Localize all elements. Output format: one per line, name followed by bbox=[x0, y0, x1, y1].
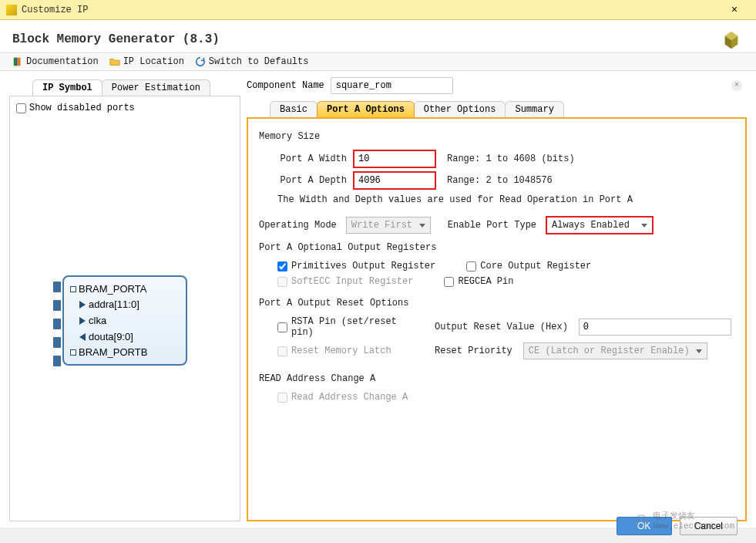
tab-ip-symbol[interactable]: IP Symbol bbox=[32, 79, 102, 96]
header: Block Memory Generator (8.3) bbox=[0, 20, 756, 52]
vendor-logo-icon bbox=[721, 29, 742, 51]
svg-rect-4 bbox=[17, 58, 20, 66]
port-a-width-input[interactable] bbox=[353, 150, 436, 168]
window-title: Customize IP bbox=[22, 5, 719, 15]
port-a-depth-range: Range: 2 to 1048576 bbox=[447, 175, 553, 186]
ip-location-link[interactable]: IP Location bbox=[109, 56, 184, 67]
enable-port-type-select[interactable]: Always Enabled bbox=[546, 216, 654, 234]
optional-output-reg-heading: Port A Optional Output Registers bbox=[259, 242, 734, 253]
left-column: IP Symbol Power Estimation Show disabled… bbox=[9, 77, 240, 521]
footer-buttons: OK Cancel bbox=[617, 517, 738, 535]
port-a-width-range: Range: 1 to 4608 (bits) bbox=[447, 153, 575, 164]
bus-stub-icon bbox=[53, 282, 61, 292]
pin-addra: addra[11:0] bbox=[64, 296, 186, 312]
operating-mode-label: Operating Mode bbox=[259, 220, 337, 231]
right-column: Component Name × Basic Port A Options Ot… bbox=[247, 77, 747, 521]
bus-stub-icon bbox=[53, 356, 61, 366]
close-icon[interactable]: × bbox=[719, 1, 750, 19]
reset-memory-latch-checkbox bbox=[277, 346, 287, 356]
softecc-input-reg-checkbox bbox=[277, 277, 287, 287]
toolbar: Documentation IP Location Switch to Defa… bbox=[0, 52, 756, 71]
rsta-pin-checkbox[interactable] bbox=[277, 322, 287, 332]
config-body: Memory Size Port A Width Range: 1 to 460… bbox=[247, 117, 747, 521]
rsta-pin-label: RSTA Pin (set/reset pin) bbox=[291, 316, 424, 338]
clear-icon[interactable]: × bbox=[731, 80, 742, 91]
bus-stub-icon bbox=[53, 337, 61, 348]
regcea-pin-label: REGCEA Pin bbox=[458, 276, 513, 287]
expand-icon[interactable] bbox=[70, 349, 76, 356]
width-depth-note: The Width and Depth values are used for … bbox=[277, 194, 734, 205]
port-a-depth-input[interactable] bbox=[353, 171, 436, 190]
main-area: IP Symbol Power Estimation Show disabled… bbox=[0, 71, 756, 528]
tab-other-options[interactable]: Other Options bbox=[414, 101, 506, 117]
app-icon bbox=[6, 5, 17, 15]
port-a-width-label: Port A Width bbox=[277, 153, 347, 164]
port-a-depth-label: Port A Depth bbox=[277, 175, 347, 186]
read-addr-change-label: Read Address Change A bbox=[291, 392, 408, 403]
tab-port-a-options[interactable]: Port A Options bbox=[317, 101, 415, 117]
ip-location-label: IP Location bbox=[123, 56, 184, 67]
show-disabled-ports-label: Show disabled ports bbox=[29, 103, 135, 113]
bus-stub-icon bbox=[53, 300, 61, 311]
input-arrow-icon bbox=[79, 301, 86, 309]
component-name-label: Component Name bbox=[247, 80, 324, 91]
output-reset-value-label: Output Reset Value (Hex) bbox=[435, 322, 568, 332]
switch-defaults-link[interactable]: Switch to Defaults bbox=[195, 56, 309, 67]
memory-size-heading: Memory Size bbox=[259, 131, 734, 142]
operating-mode-select: Write First bbox=[346, 217, 431, 234]
bram-portb-header: BRAM_PORTB bbox=[64, 345, 186, 359]
reset-priority-select: CE (Latch or Register Enable) bbox=[523, 342, 707, 359]
switch-defaults-label: Switch to Defaults bbox=[209, 56, 309, 67]
enable-port-type-label: Enable Port Type bbox=[448, 220, 536, 231]
book-icon bbox=[12, 56, 23, 67]
page-title: Block Memory Generator (8.3) bbox=[12, 32, 744, 46]
tab-summary[interactable]: Summary bbox=[505, 101, 563, 117]
read-addr-change-checkbox bbox=[277, 393, 287, 403]
svg-rect-5 bbox=[15, 58, 17, 66]
config-tabs: Basic Port A Options Other Options Summa… bbox=[270, 99, 747, 117]
documentation-link[interactable]: Documentation bbox=[12, 56, 99, 67]
refresh-icon bbox=[195, 56, 206, 67]
read-addr-change-heading: READ Address Change A bbox=[259, 373, 734, 384]
output-reset-value-input[interactable] bbox=[579, 319, 731, 336]
core-output-reg-label: Core Output Register bbox=[480, 261, 591, 272]
component-name-input[interactable] bbox=[331, 77, 453, 94]
component-name-row: Component Name × bbox=[247, 77, 747, 94]
pin-douta: douta[9:0] bbox=[64, 329, 186, 345]
ok-button[interactable]: OK bbox=[617, 517, 672, 535]
softecc-input-reg-label: SoftECC Input Register bbox=[291, 276, 413, 287]
pin-clka: clka bbox=[64, 312, 186, 329]
output-reset-heading: Port A Output Reset Options bbox=[259, 298, 734, 309]
titlebar: Customize IP × bbox=[0, 0, 756, 20]
tab-power-estimation[interactable]: Power Estimation bbox=[102, 79, 210, 96]
core-output-reg-checkbox[interactable] bbox=[466, 261, 476, 272]
folder-icon bbox=[109, 56, 120, 67]
ip-symbol-panel: Show disabled ports BRAM_PORTA addra[11:… bbox=[9, 96, 240, 521]
show-disabled-ports-checkbox[interactable] bbox=[16, 103, 26, 113]
cancel-button[interactable]: Cancel bbox=[680, 517, 738, 535]
tab-basic[interactable]: Basic bbox=[270, 101, 318, 117]
regcea-pin-checkbox[interactable] bbox=[444, 277, 454, 287]
primitives-output-reg-label: Primitives Output Register bbox=[291, 261, 435, 272]
expand-icon[interactable] bbox=[70, 286, 76, 292]
reset-memory-latch-label: Reset Memory Latch bbox=[291, 346, 391, 356]
left-tabs: IP Symbol Power Estimation bbox=[32, 77, 240, 96]
reset-priority-label: Reset Priority bbox=[435, 346, 512, 356]
bram-porta-header: BRAM_PORTA bbox=[64, 282, 186, 296]
bram-symbol: BRAM_PORTA addra[11:0] clka douta[9:0] B… bbox=[62, 275, 187, 366]
input-arrow-icon bbox=[79, 317, 86, 325]
documentation-label: Documentation bbox=[26, 56, 99, 67]
output-arrow-icon bbox=[79, 333, 86, 341]
primitives-output-reg-checkbox[interactable] bbox=[277, 261, 287, 272]
bus-stub-icon bbox=[53, 319, 61, 329]
